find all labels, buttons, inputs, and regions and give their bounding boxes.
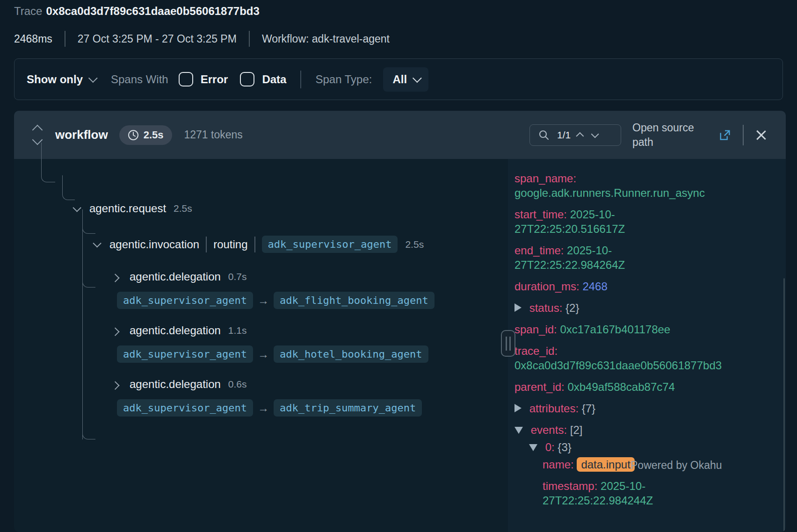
trace-meta: 2468ms 27 Oct 3:25 PM - 27 Oct 3:25 PM W… [14, 31, 390, 47]
chevron-down-icon[interactable] [93, 239, 101, 247]
search-prev-icon[interactable] [576, 132, 584, 140]
field-value: google.adk.runners.Runner.run_async [514, 187, 705, 199]
span-name: agentic.delegation [130, 378, 221, 391]
detail-field-status[interactable]: status: {2} [514, 301, 711, 315]
detail-scrollbar[interactable] [783, 278, 785, 532]
span-row-invocation[interactable]: agentic.invocation routing adk_superviso… [93, 236, 424, 253]
show-only-dropdown[interactable]: Show only [27, 73, 83, 86]
span-row-request[interactable]: agentic.request 2.5s [73, 202, 192, 215]
field-key: duration_ms: [514, 280, 580, 293]
span-duration: 0.7s [228, 271, 247, 282]
chevron-down-icon [413, 73, 422, 83]
arrow-right-icon: → [258, 294, 269, 307]
detail-field-event-timestamp: timestamp: 2025-10-27T22:25:22.984244Z [514, 479, 711, 508]
detail-field-start-time: start_time: 2025-10-27T22:25:20.516617Z [514, 207, 711, 236]
field-key: span_name: [514, 172, 576, 185]
error-checkbox[interactable] [179, 72, 193, 86]
expand-arrow-icon[interactable] [514, 427, 523, 434]
chevron-down-icon[interactable] [72, 203, 81, 212]
divider [743, 125, 744, 145]
detail-panel-toolbar: 1/1 Open source path [529, 121, 786, 150]
chevron-right-icon[interactable] [111, 273, 119, 282]
close-icon[interactable] [755, 129, 767, 141]
clock-icon [128, 129, 139, 141]
field-value: 0x8ca0d3d7f89c631daae0b56061877bd3 [514, 359, 722, 372]
agent-pill-to[interactable]: adk_flight_booking_agent [274, 292, 435, 309]
field-key: span_id: [514, 323, 557, 336]
field-value: {2} [565, 302, 579, 314]
expand-arrow-icon[interactable] [529, 444, 537, 451]
agent-pill-to[interactable]: adk_trip_summary_agent [274, 399, 422, 417]
collapse-arrow-icon[interactable] [514, 404, 522, 412]
agent-pill[interactable]: adk_supervisor_agent [262, 236, 398, 253]
data-checkbox-label: Data [262, 73, 286, 86]
workflow-title: workflow [55, 128, 108, 142]
chevron-right-icon[interactable] [111, 327, 119, 336]
error-checkbox-label: Error [201, 73, 228, 86]
detail-field-attributes[interactable]: attributes: {7} [514, 401, 711, 416]
trace-title: Trace0x8ca0d3d7f89c631daae0b56061877bd3 [14, 5, 260, 18]
agent-pill-to[interactable]: adk_hotel_booking_agent [274, 345, 428, 363]
field-value: {3} [558, 441, 571, 453]
search-next-icon[interactable] [591, 130, 599, 138]
delegation-agents: adk_supervisor_agent → adk_trip_summary_… [117, 399, 422, 417]
open-source-path-label: Open source path [632, 121, 707, 150]
span-name: agentic.request [89, 202, 166, 215]
workflow-header-left: workflow 2.5s 1271 tokens [14, 125, 243, 145]
field-value: {7} [582, 402, 595, 415]
field-value: 0xb49af588cab87c74 [567, 381, 675, 393]
detail-field-span-id: span_id: 0xc17a167b401178ee [514, 322, 711, 337]
divider [249, 31, 250, 47]
field-key: name: [543, 458, 574, 471]
detail-field-trace-id: trace_id: 0x8ca0d3d7f89c631daae0b5606187… [514, 344, 711, 373]
field-value: 2468 [582, 280, 607, 293]
field-key: attributes: [529, 402, 579, 415]
panel-resize-handle[interactable] [501, 330, 515, 357]
trace-workflow-name: Workflow: adk-travel-agent [262, 33, 390, 45]
field-key: end_time: [514, 244, 564, 257]
trace-id-value: 0x8ca0d3d7f89c631daae0b56061877bd3 [46, 5, 259, 17]
tree-connector [82, 273, 95, 288]
span-name: agentic.delegation [130, 324, 221, 337]
field-key: status: [529, 302, 563, 314]
delegation-agents: adk_supervisor_agent → adk_flight_bookin… [117, 292, 435, 309]
tree-connector [82, 209, 83, 439]
span-row-delegation[interactable]: agentic.delegation 0.7s [113, 270, 247, 283]
span-detail-panel: span_name: google.adk.runners.Runner.run… [508, 159, 786, 532]
divider [300, 71, 301, 88]
span-type-dropdown[interactable]: All [383, 67, 428, 92]
span-duration: 2.5s [405, 239, 424, 250]
search-icon [538, 129, 550, 141]
arrow-right-icon: → [258, 402, 269, 415]
external-link-icon[interactable] [718, 129, 732, 142]
span-duration: 1.1s [228, 325, 247, 336]
spans-with-label: Spans With [111, 73, 168, 86]
span-name: agentic.invocation [109, 238, 199, 251]
agent-pill-from[interactable]: adk_supervisor_agent [117, 345, 253, 363]
expand-collapse-all-icon[interactable] [34, 126, 41, 144]
workflow-header-bar: workflow 2.5s 1271 tokens 1/1 Open sourc… [14, 111, 786, 159]
trace-duration: 2468ms [14, 33, 52, 45]
span-tag: routing [213, 238, 247, 251]
field-key: 0: [545, 441, 555, 453]
span-row-delegation[interactable]: agentic.delegation 0.6s [113, 378, 247, 391]
chevron-down-icon[interactable] [88, 73, 98, 83]
divider [65, 31, 65, 47]
search-match-count: 1/1 [557, 129, 571, 141]
collapse-arrow-icon[interactable] [514, 303, 522, 312]
span-row-delegation[interactable]: agentic.delegation 1.1s [113, 324, 247, 337]
field-key: parent_id: [514, 381, 565, 393]
tree-connector [41, 143, 55, 182]
search-input[interactable]: 1/1 [529, 124, 621, 146]
agent-pill-from[interactable]: adk_supervisor_agent [117, 292, 253, 309]
powered-by-watermark: Powered by Okahu [630, 459, 722, 472]
span-type-label: Span Type: [315, 73, 372, 86]
tree-connector [62, 175, 75, 200]
workflow-duration: 2.5s [144, 129, 164, 141]
agent-pill-from[interactable]: adk_supervisor_agent [117, 399, 253, 417]
detail-field-event-0[interactable]: 0: {3} [514, 440, 711, 454]
span-detail-json: span_name: google.adk.runners.Runner.run… [508, 159, 711, 508]
detail-field-events[interactable]: events: [2] [514, 423, 711, 437]
chevron-right-icon[interactable] [111, 381, 119, 389]
data-checkbox[interactable] [240, 72, 254, 86]
